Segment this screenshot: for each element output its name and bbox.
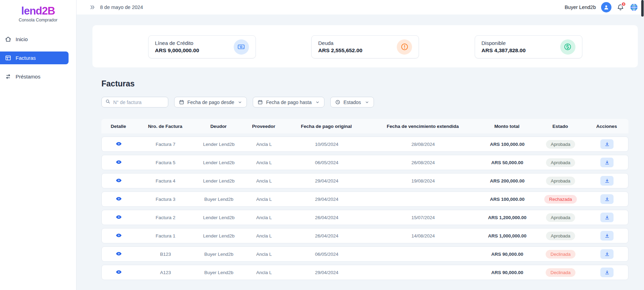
download-button[interactable]: [600, 194, 614, 204]
card-label: Deuda: [318, 40, 363, 46]
table-body: Factura 7 Lender Lend2b Ancla L 10/05/20…: [101, 137, 628, 280]
invoice-number: Factura 7: [136, 142, 195, 147]
vertical-scrollbar[interactable]: [641, 0, 644, 17]
original-pay-date: 26/04/2024: [286, 233, 368, 238]
table-row: Factura 5 Lender Lend2b Ancla L 06/05/20…: [101, 155, 628, 170]
filter-states-button[interactable]: Estados: [330, 97, 374, 107]
brand-subtitle: Consola Comprador: [0, 18, 76, 22]
download-button[interactable]: [600, 268, 614, 277]
column-header: Nro. de Factura: [135, 124, 195, 129]
download-icon: [605, 233, 610, 238]
download-icon: [605, 270, 610, 275]
original-pay-date: 10/05/2024: [286, 142, 368, 147]
provider-name: Ancla L: [242, 215, 286, 220]
download-icon: [605, 197, 610, 202]
download-button[interactable]: [600, 139, 614, 149]
sidebar-item-prestamos[interactable]: Préstamos: [0, 70, 69, 83]
view-detail-button[interactable]: [116, 196, 122, 202]
column-header: Proveedor: [242, 124, 285, 129]
status-badge: Declinada: [546, 250, 575, 259]
download-button[interactable]: [600, 158, 614, 167]
sidebar-nav: Inicio Facturas Préstamos: [0, 33, 76, 83]
eye-icon: [116, 159, 122, 165]
card-text: Disponible ARS 4,387,828.00: [482, 40, 526, 54]
column-header: Estado: [536, 124, 585, 129]
collapse-sidebar-icon[interactable]: [90, 4, 95, 10]
original-pay-date: 29/04/2024: [286, 178, 368, 184]
debtor-name: Lender Lend2b: [195, 178, 242, 184]
sidebar-item-label: Inicio: [16, 36, 28, 42]
view-detail-button[interactable]: [116, 141, 122, 147]
filter-label: Estados: [343, 100, 361, 105]
calendar-icon: [258, 100, 263, 105]
main-content: Línea de Crédito ARS 9,000,000.00 Deuda …: [77, 15, 644, 290]
invoice-number: Factura 3: [136, 197, 195, 202]
topbar: 8 de mayo de 2024 Buyer Lend2b 3: [77, 0, 644, 15]
download-icon: [605, 160, 610, 165]
view-detail-button[interactable]: [116, 232, 122, 238]
card-value: ARS 9,000,000.00: [155, 47, 199, 54]
table-row: Factura 3 Buyer Lend2b Ancla L 29/04/202…: [101, 191, 628, 207]
extended-due-date: 26/08/2024: [368, 160, 478, 165]
notifications-button[interactable]: 3: [617, 3, 624, 11]
table-header: DetalleNro. de FacturaDeudorProveedorFec…: [101, 119, 628, 133]
debt-card: Deuda ARS 2,555,652.00: [311, 35, 419, 58]
total-amount: ARS 90,000.00: [478, 252, 536, 257]
invoice-table-icon: [5, 55, 11, 61]
debtor-name: Lender Lend2b: [195, 160, 242, 165]
provider-name: Ancla L: [242, 197, 286, 202]
view-detail-button[interactable]: [116, 177, 122, 184]
debtor-name: Lender Lend2b: [195, 142, 242, 147]
view-detail-button[interactable]: [116, 159, 122, 165]
total-amount: ARS 90,000.00: [478, 270, 536, 275]
extended-due-date: 28/08/2024: [368, 142, 478, 147]
table-row: Factura 4 Lender Lend2b Ancla L 29/04/20…: [101, 173, 628, 188]
filter-label: Fecha de pago desde: [187, 100, 234, 105]
download-button[interactable]: [600, 213, 614, 222]
status-badge: Rechazada: [544, 195, 577, 204]
filter-date-from-button[interactable]: Fecha de pago desde: [174, 97, 247, 107]
total-amount: ARS 1,000,000.00: [478, 233, 536, 238]
view-detail-button[interactable]: [116, 269, 122, 275]
eye-icon: [116, 177, 122, 184]
download-button[interactable]: [600, 176, 614, 186]
chevron-down-icon: [365, 100, 369, 104]
sidebar-item-inicio[interactable]: Inicio: [0, 33, 69, 46]
sidebar-item-facturas[interactable]: Facturas: [0, 52, 69, 64]
sidebar: lend2B Consola Comprador Inicio Facturas: [0, 0, 77, 290]
credit-line-card: Línea de Crédito ARS 9,000,000.00: [148, 35, 256, 58]
download-button[interactable]: [600, 249, 614, 259]
user-avatar[interactable]: [601, 2, 611, 12]
main-area: 8 de mayo de 2024 Buyer Lend2b 3: [77, 0, 644, 290]
notification-count-badge: 3: [621, 2, 626, 7]
alert-icon: [397, 39, 412, 55]
search-icon: [105, 99, 110, 105]
table-row: Factura 1 Lender Lend2b Ancla L 26/04/20…: [101, 228, 628, 243]
column-header: Monto total: [478, 124, 536, 129]
status-badge: Aprobada: [546, 177, 575, 185]
invoice-number: Factura 4: [136, 178, 195, 184]
chevron-down-icon: [238, 100, 242, 104]
extended-due-date: 15/07/2024: [368, 215, 478, 220]
eye-icon: [116, 196, 122, 202]
download-button[interactable]: [600, 231, 614, 241]
brand-logo: lend2B: [21, 5, 55, 17]
provider-name: Ancla L: [242, 160, 286, 165]
debtor-name: Buyer Lend2b: [195, 197, 242, 202]
view-detail-button[interactable]: [116, 251, 122, 257]
original-pay-date: 26/04/2024: [286, 215, 368, 220]
filter-date-to-button[interactable]: Fecha de pago hasta: [253, 97, 324, 107]
search-input[interactable]: [113, 100, 164, 105]
language-globe-icon[interactable]: [629, 3, 638, 12]
view-detail-button[interactable]: [116, 214, 122, 220]
section-title: Facturas: [101, 79, 638, 88]
debtor-name: Buyer Lend2b: [195, 252, 242, 257]
invoice-number: Factura 1: [136, 233, 195, 238]
original-pay-date: 29/04/2024: [286, 270, 368, 275]
sidebar-item-label: Préstamos: [16, 74, 41, 79]
original-pay-date: 29/04/2024: [286, 197, 368, 202]
total-amount: ARS 100,000.00: [478, 197, 536, 202]
card-text: Deuda ARS 2,555,652.00: [318, 40, 363, 54]
total-amount: ARS 1,200,000.00: [478, 215, 536, 220]
invoice-number: B123: [136, 252, 195, 257]
